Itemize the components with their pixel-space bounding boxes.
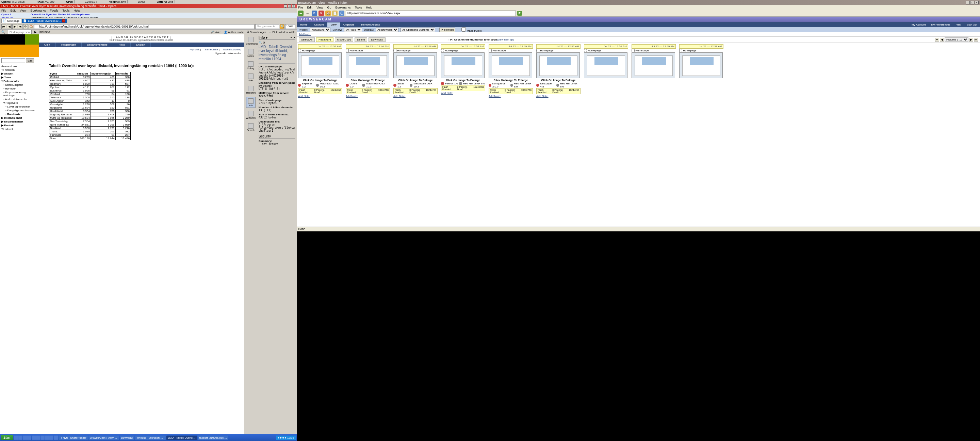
thumb-checkbox[interactable] [298, 49, 301, 52]
panel-search[interactable]: Search [246, 122, 256, 132]
close-button[interactable]: × [975, 1, 978, 5]
enlarge-link[interactable]: Click On Image To Enlarge [346, 78, 390, 82]
add-note-link[interactable]: Add Note: [346, 94, 390, 98]
thumb-checkbox[interactable] [441, 49, 444, 52]
author-mode-button[interactable]: 👤 Author mode [224, 30, 243, 34]
home-button[interactable]: 🏠 [29, 24, 33, 29]
site-search-input[interactable] [2, 58, 25, 63]
thumbnail-image[interactable] [298, 53, 342, 78]
menu-view[interactable]: View [20, 9, 26, 12]
pager-next[interactable]: ▶ [969, 38, 973, 42]
site-logo[interactable] [0, 34, 39, 57]
minimize-button[interactable]: _ [966, 1, 970, 5]
go-button[interactable]: ▶ [517, 11, 522, 16]
menu-file[interactable]: File [2, 9, 6, 12]
pager-select[interactable]: Pictures 1-12 [945, 37, 969, 42]
task-button[interactable]: LMD - Tabell: Oversikt… [166, 436, 197, 440]
thumbnail-image[interactable] [584, 53, 627, 78]
task-button[interactable]: rapport_210705.doc - Mi… [198, 436, 228, 440]
back-button[interactable]: ⬅ [298, 11, 304, 16]
panel-windows[interactable]: Windows [246, 110, 256, 120]
thumbnail-image[interactable] [393, 53, 437, 78]
thumbnail-image[interactable] [632, 53, 675, 78]
show-images-button[interactable]: 🖼 Show images [247, 30, 266, 34]
sort-select[interactable]: By Page [344, 27, 362, 32]
link-samegiella[interactable]: Sámegiella [205, 48, 218, 51]
make-public-checkbox[interactable] [461, 27, 466, 32]
nav-regjeringen[interactable]: Regjeringen [56, 43, 82, 47]
forward-button[interactable]: ▶ [12, 24, 17, 29]
opera-ad-banner[interactable]: Opera 8Series 60 Opera 8 for Symbian Ser… [0, 13, 297, 18]
task-button[interactable]: Download [120, 436, 135, 440]
firefox-url-input[interactable] [346, 11, 516, 16]
new-page-button[interactable]: 📄 New page [2, 19, 21, 23]
pager-prev[interactable]: ◀ [940, 38, 944, 42]
info-button[interactable]: ⓘ [339, 11, 344, 16]
home-button[interactable]: 🏠 [325, 11, 331, 16]
thumbnail-image[interactable] [346, 53, 389, 78]
panel-links[interactable]: Links [246, 72, 256, 83]
maximize-button[interactable]: □ [288, 5, 291, 8]
page-tab-active[interactable]: 📄 LMD - Tabell: Oversikt ov…× [22, 19, 67, 23]
start-button[interactable]: Start [1, 435, 13, 440]
refresh-button[interactable]: ⟳ Refresh [439, 27, 455, 32]
system-tray[interactable]: ●●●●●12:16 [276, 436, 296, 440]
select-all-button[interactable]: Select All [299, 37, 315, 42]
add-note-link[interactable]: Add Note: [441, 91, 485, 95]
nav-departementene[interactable]: Departementene [82, 43, 113, 47]
panel-notes[interactable]: Notes [246, 48, 256, 58]
display-browsers-select[interactable]: All Browsers [375, 27, 398, 32]
thumb-checkbox[interactable] [536, 49, 539, 52]
panel-close-icon[interactable]: – × [291, 36, 295, 40]
maximize-button[interactable]: □ [970, 1, 974, 5]
enlarge-link[interactable]: Click On Image To Enlarge [488, 78, 533, 82]
voice-button[interactable]: 🎤 Voice [211, 30, 221, 34]
task-button[interactable]: BrowserCam : View - Mo… [89, 436, 119, 440]
pager-last[interactable]: ⏭ [974, 38, 978, 42]
thumb-checkbox[interactable] [393, 49, 396, 52]
firefox-content[interactable]: BROWSERCAM Home Capture View Organize Re… [297, 17, 980, 227]
forward-button[interactable]: ➡ [305, 11, 310, 16]
panel-transfers[interactable]: Transfers [246, 85, 256, 95]
thumb-checkbox[interactable] [584, 49, 587, 52]
site-search-button[interactable]: Søk [26, 58, 34, 63]
thumbnail-image[interactable] [679, 53, 723, 78]
thumb-checkbox[interactable] [488, 49, 492, 52]
display-os-select[interactable]: All Operating Systems [401, 27, 435, 32]
add-note-top[interactable]: Add Note: [297, 32, 980, 37]
project-select[interactable]: Norway.no [310, 27, 331, 32]
find-input[interactable] [8, 30, 32, 34]
reload-button[interactable]: ⟳ [23, 24, 28, 29]
menu-tools[interactable]: Tools [62, 9, 69, 12]
add-note-link[interactable]: Add Note: [298, 94, 342, 98]
recapture-button[interactable]: Recapture [316, 37, 334, 42]
nav-hjelp[interactable]: Hjelp [113, 43, 130, 47]
thumb-checkbox[interactable] [632, 49, 635, 52]
ffwd-button[interactable]: ⏭ [18, 24, 22, 29]
url-input[interactable] [34, 24, 255, 29]
link-lignende[interactable]: Lignende dokumenter [215, 52, 241, 55]
delete-button[interactable]: Delete [355, 37, 367, 42]
close-button[interactable]: × [292, 5, 295, 8]
thumb-checkbox[interactable] [346, 49, 349, 52]
page-viewport[interactable]: | LANDBRUKSDEPARTEMENTET | Endret navn t… [0, 34, 244, 434]
tab-close-icon[interactable]: × [62, 19, 65, 22]
fit-width-button[interactable]: ↔ Fit to window width [269, 30, 295, 34]
search-go-button[interactable]: 🔍 [280, 24, 285, 29]
thumbnail-image[interactable] [488, 53, 532, 78]
panel-bookmarks[interactable]: Bookmarks [246, 36, 256, 46]
thumbnail-image[interactable] [441, 53, 485, 78]
minimize-button[interactable]: _ [284, 5, 287, 8]
task-button[interactable]: Innboks - Microsoft Outl… [135, 436, 166, 440]
google-search-input[interactable] [255, 24, 279, 29]
task-button[interactable]: IT-Nytt - SharpReader [59, 436, 88, 440]
panel-info[interactable]: Info [246, 97, 256, 108]
add-note-link[interactable]: Add Note: [536, 94, 581, 98]
rewind-button[interactable]: ⏮ [2, 24, 6, 29]
stop-button[interactable]: ✕ [318, 11, 324, 16]
bookmarks-button[interactable]: 📑 [332, 11, 337, 16]
download-button[interactable]: Download [369, 37, 385, 42]
enlarge-link[interactable]: Click On Image To Enlarge [393, 78, 438, 82]
link-utskrift[interactable]: Utskriftsvisning [223, 48, 241, 51]
nav-english[interactable]: English [130, 43, 151, 47]
